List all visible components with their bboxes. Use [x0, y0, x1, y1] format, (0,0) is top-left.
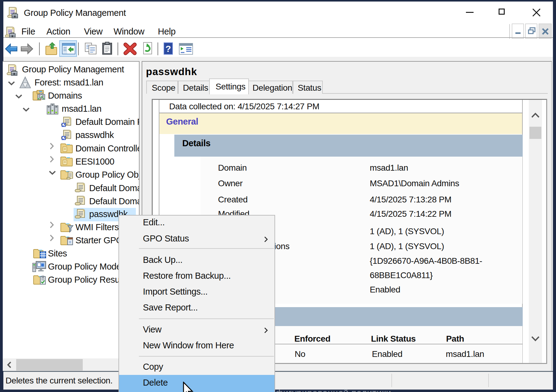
svg-text:?: ? — [165, 44, 171, 54]
